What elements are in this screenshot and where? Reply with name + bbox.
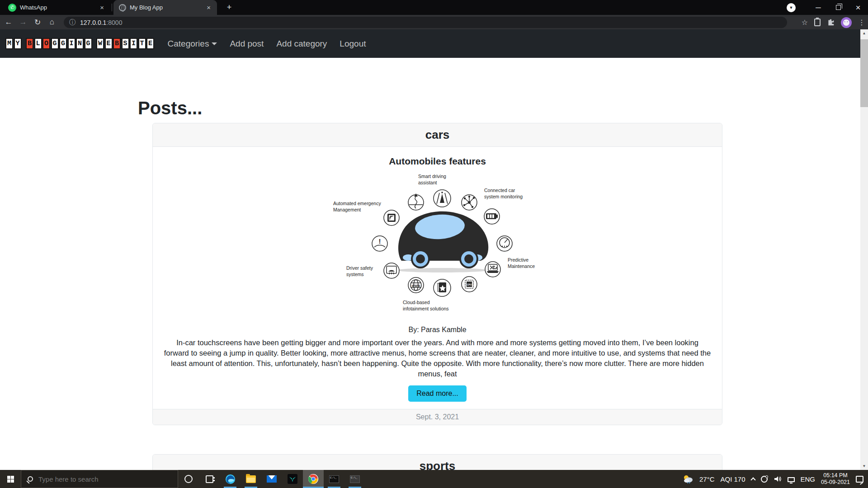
tab-my-blog-app[interactable]: My Blog App × [113, 0, 217, 15]
action-center-icon[interactable] [856, 476, 863, 483]
terminal-icon: C:\_ [350, 475, 360, 483]
edge-icon [225, 474, 236, 484]
scroll-up-icon[interactable]: ▲ [860, 29, 868, 37]
logo-letter: B [26, 38, 33, 49]
site-logo[interactable]: M Y B L O G G I N G W E B S I T E [5, 38, 155, 49]
speedometer-icon [497, 236, 512, 251]
task-view-button[interactable] [199, 470, 220, 488]
page-scrollbar[interactable]: ▲ ▼ [860, 29, 868, 470]
tab-title: WhatsApp [20, 4, 94, 11]
scroll-down-icon[interactable]: ▼ [860, 462, 868, 470]
post-byline: By: Paras Kamble [153, 326, 722, 334]
site-info-icon[interactable]: ⓘ [69, 19, 75, 27]
lane-keeping-icon [434, 190, 451, 207]
logo-letter: E [105, 38, 113, 49]
svg-text:systems: systems [346, 272, 364, 277]
nav-add-category[interactable]: Add category [276, 39, 327, 49]
tray-temperature[interactable]: 27°C [699, 475, 715, 483]
page-title: Posts... [138, 98, 202, 118]
file-explorer-button[interactable] [241, 470, 261, 488]
post-excerpt: In-car touchscreens have been getting bi… [164, 338, 711, 379]
search-icon [28, 476, 33, 482]
maintenance-laptop-icon [485, 262, 500, 277]
weather-icon[interactable] [683, 474, 693, 483]
search-input[interactable] [38, 475, 151, 483]
maximize-button[interactable] [828, 0, 848, 15]
terminal-icon: C:\_ [329, 475, 339, 483]
network-icon[interactable] [788, 477, 795, 482]
taskbar-search[interactable] [21, 470, 178, 488]
tray-date: 05-09-2021 [821, 479, 850, 485]
back-icon[interactable]: ← [3, 16, 14, 28]
tray-aqi[interactable]: AQI 170 [720, 475, 745, 483]
svg-text:Connected car: Connected car [484, 188, 515, 193]
cpu-chip-icon: CPU [462, 277, 477, 292]
record-indicator-icon[interactable]: ▼ [787, 3, 796, 12]
svg-text:Cloud-based: Cloud-based [403, 300, 430, 305]
nav-categories-dropdown[interactable]: Categories [168, 39, 217, 49]
warning-gauge-icon: ! [372, 236, 387, 251]
terminal-2-button[interactable]: C:\_ [344, 470, 365, 488]
logo-letter: Y [14, 38, 22, 49]
site-navbar: M Y B L O G G I N G W E B S I T E Catego… [0, 29, 860, 58]
logo-letter: B [113, 38, 121, 49]
logo-letter: G [51, 38, 59, 49]
svg-text:infotainment solutions: infotainment solutions [403, 306, 449, 311]
signal-tablet-icon [384, 210, 399, 225]
browser-menu-icon[interactable]: ⋮ [858, 18, 865, 27]
minimize-button[interactable]: ─ [808, 0, 828, 15]
svg-text:Driver safety: Driver safety [346, 265, 373, 271]
browser-toolbar: ← → ↻ ⌂ ⓘ 127.0.0.1 :8000 ☆ ⋮ [0, 15, 868, 29]
cortana-button[interactable] [178, 470, 199, 488]
terminal-1-button[interactable]: C:\_ [324, 470, 344, 488]
address-bar[interactable]: ⓘ 127.0.0.1 :8000 [64, 17, 787, 28]
forward-icon[interactable]: → [17, 16, 29, 28]
logo-letter: L [34, 38, 42, 49]
predator-icon [288, 474, 297, 484]
scrollbar-thumb[interactable] [860, 39, 868, 107]
clipboard-icon[interactable] [814, 19, 821, 26]
reload-icon[interactable]: ↻ [32, 16, 43, 28]
mail-button[interactable] [261, 470, 282, 488]
svg-text:CPU: CPU [467, 283, 472, 286]
tab-whatsapp[interactable]: ✆ WhatsApp × [3, 0, 110, 15]
logo-letter: I [130, 38, 137, 49]
chrome-button[interactable] [303, 470, 324, 488]
svg-text:Smart driving: Smart driving [418, 174, 446, 179]
new-tab-button[interactable]: + [223, 2, 235, 13]
close-button[interactable]: × [848, 0, 868, 15]
cortana-icon [184, 475, 193, 483]
tab-close-icon[interactable]: × [98, 3, 106, 12]
media-book-icon [434, 279, 451, 296]
nav-add-post[interactable]: Add post [230, 39, 264, 49]
edge-button[interactable] [220, 470, 241, 488]
nav-logout[interactable]: Logout [340, 39, 366, 49]
www-globe-icon: WWW [408, 277, 424, 293]
svg-text:assistant: assistant [418, 180, 437, 185]
tab-close-icon[interactable]: × [205, 3, 212, 12]
meet-now-icon[interactable] [761, 476, 768, 483]
bookmark-star-icon[interactable]: ☆ [802, 18, 808, 27]
tray-time: 05:14 PM [823, 472, 848, 479]
svg-text:Management: Management [333, 207, 361, 212]
read-more-button[interactable]: Read more... [408, 385, 466, 402]
url-host: 127.0.0.1 [80, 19, 106, 26]
logo-letter: G [85, 38, 92, 49]
extensions-puzzle-icon[interactable] [827, 19, 835, 26]
volume-icon[interactable] [774, 475, 782, 483]
system-tray: 27°C AQI 170 ENG 05:14 PM 05-09-2021 [683, 470, 868, 488]
clock[interactable]: 05:14 PM 05-09-2021 [821, 472, 850, 486]
post-card-sports: sports Ravichandran Ashwin: Joe Root’s a… [152, 454, 722, 470]
predator-app-button[interactable] [282, 470, 303, 488]
start-button[interactable] [0, 470, 21, 488]
winding-road-icon [408, 193, 424, 210]
profile-avatar[interactable] [841, 17, 852, 28]
windows-logo-icon [7, 476, 14, 483]
tray-expand-icon[interactable] [750, 477, 755, 482]
wiper-rain-icon [384, 263, 399, 278]
logo-letter: E [146, 38, 154, 49]
svg-text:Maintenance: Maintenance [508, 263, 535, 269]
logo-letter: G [59, 38, 67, 49]
home-icon[interactable]: ⌂ [46, 16, 58, 28]
language-indicator[interactable]: ENG [801, 475, 816, 483]
